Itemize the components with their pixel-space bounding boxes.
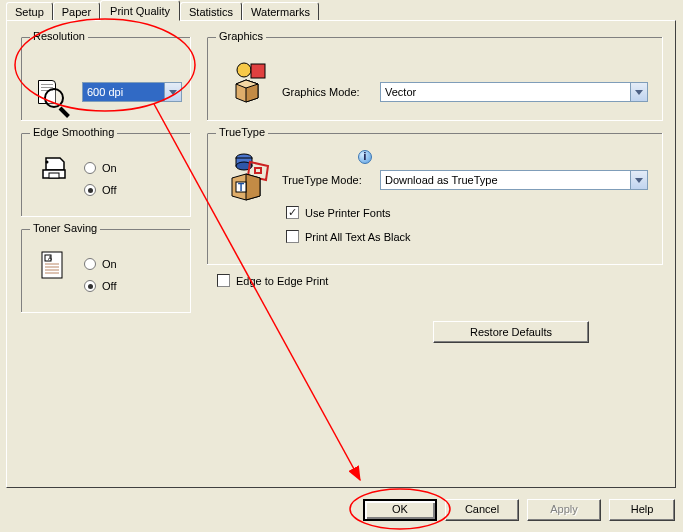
radio-icon [84,280,96,292]
resolution-select[interactable]: 600 dpi [82,82,182,102]
radio-icon [84,184,96,196]
use-printer-fonts-label: Use Printer Fonts [305,207,391,219]
radio-icon [84,258,96,270]
apply-label: Apply [550,503,578,515]
checkbox-icon [286,230,299,243]
tab-setup[interactable]: Setup [6,2,53,20]
toner-on-label: On [102,258,117,270]
group-graphics-title: Graphics [216,30,266,42]
tab-paper[interactable]: Paper [53,2,100,20]
help-button[interactable]: Help [609,499,675,521]
tab-watermarks[interactable]: Watermarks [242,2,319,20]
truetype-mode-label: TrueType Mode: [282,174,362,186]
resolution-select-value: 600 dpi [87,86,123,98]
graphics-icon [228,58,276,106]
chevron-down-icon [630,171,647,189]
toner-off-label: Off [102,280,116,292]
svg-rect-15 [255,168,261,173]
group-truetype: TrueType i T TrueType Mode: Download as … [207,133,663,265]
graphics-mode-select[interactable]: Vector [380,82,648,102]
tab-pane: Resolution 600 dpi Edge Smoothing [6,20,676,488]
svg-rect-1 [49,173,59,178]
apply-button: Apply [527,499,601,521]
print-all-black-checkbox[interactable]: Print All Text As Black [286,230,411,243]
printer-icon [40,154,68,182]
edge-to-edge-checkbox[interactable]: Edge to Edge Print [217,274,328,287]
checkbox-icon: ✓ [286,206,299,219]
svg-text:T: T [238,182,244,193]
ok-button[interactable]: OK [363,499,437,521]
tab-print-quality-label: Print Quality [110,5,170,17]
group-resolution: Resolution 600 dpi [21,37,191,121]
svg-point-2 [46,161,49,164]
cancel-button[interactable]: Cancel [445,499,519,521]
cancel-label: Cancel [465,503,499,515]
group-truetype-title: TrueType [216,126,268,138]
toner-off-radio[interactable]: Off [84,280,116,292]
tab-statistics[interactable]: Statistics [180,2,242,20]
truetype-mode-select[interactable]: Download as TrueType [380,170,648,190]
use-printer-fonts-checkbox[interactable]: ✓ Use Printer Fonts [286,206,391,219]
group-edge-title: Edge Smoothing [30,126,117,138]
edge-smoothing-off-radio[interactable]: Off [84,184,116,196]
group-resolution-title: Resolution [30,30,88,42]
toner-icon: A [40,250,66,280]
radio-icon [84,162,96,174]
restore-defaults-label: Restore Defaults [470,326,552,338]
edge-to-edge-label: Edge to Edge Print [236,275,328,287]
edge-on-label: On [102,162,117,174]
group-edge-smoothing: Edge Smoothing On Off [21,133,191,217]
edge-off-label: Off [102,184,116,196]
restore-defaults-button[interactable]: Restore Defaults [433,321,589,343]
chevron-down-icon [164,83,181,101]
tab-bar: Setup Paper Print Quality Statistics Wat… [6,2,319,20]
group-graphics: Graphics Graphics Mode: Vector [207,37,663,121]
edge-smoothing-on-radio[interactable]: On [84,162,117,174]
tab-print-quality[interactable]: Print Quality [100,0,180,21]
group-toner-saving: Toner Saving A On Off [21,229,191,313]
svg-rect-11 [251,64,265,78]
checkbox-icon [217,274,230,287]
truetype-mode-value: Download as TrueType [385,174,498,186]
tab-statistics-label: Statistics [189,6,233,18]
graphics-mode-label: Graphics Mode: [282,86,360,98]
tab-watermarks-label: Watermarks [251,6,310,18]
tab-paper-label: Paper [62,6,91,18]
svg-point-10 [237,63,251,77]
info-icon[interactable]: i [358,150,372,164]
tab-setup-label: Setup [15,6,44,18]
chevron-down-icon [630,83,647,101]
group-toner-title: Toner Saving [30,222,100,234]
help-label: Help [631,503,654,515]
resolution-icon [34,78,70,114]
ok-label: OK [392,503,408,515]
toner-on-radio[interactable]: On [84,258,117,270]
graphics-mode-value: Vector [385,86,416,98]
print-all-black-label: Print All Text As Black [305,231,411,243]
truetype-icon: T [228,152,276,204]
svg-text:A: A [48,255,52,261]
